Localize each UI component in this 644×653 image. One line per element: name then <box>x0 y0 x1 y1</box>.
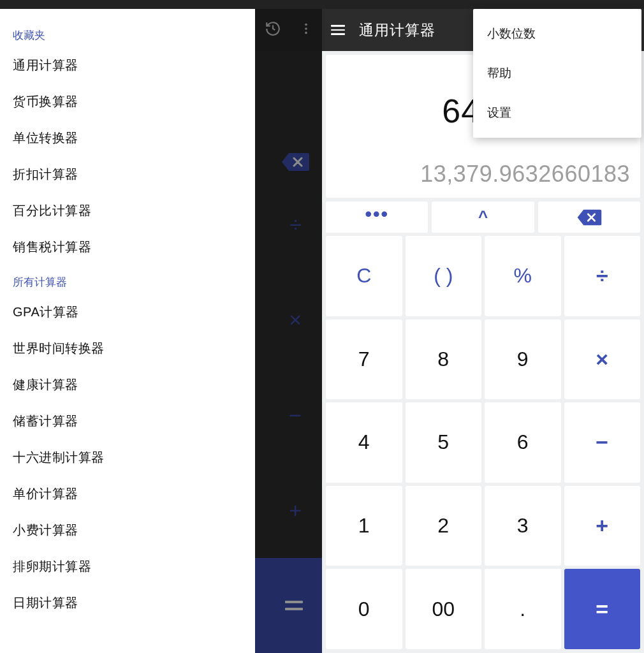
key-1[interactable]: 1 <box>326 486 402 566</box>
right-screenshot: 通用计算器 643×√ (433) 13,379.9632660183 ••• … <box>322 0 644 653</box>
favorites-header: 收藏夹 <box>13 28 242 43</box>
key-0[interactable]: 0 <box>326 569 402 649</box>
drawer-item[interactable]: 单位转换器 <box>13 129 242 147</box>
drawer-item[interactable]: 单价计算器 <box>13 485 242 503</box>
minus-key-dimmed: − <box>255 368 322 463</box>
svg-point-1 <box>305 27 307 30</box>
key-6[interactable]: 6 <box>485 402 561 483</box>
status-bar <box>322 0 644 9</box>
key-equals[interactable]: = <box>564 569 641 649</box>
more-vert-icon <box>299 22 313 38</box>
key-percent[interactable]: % <box>485 236 561 316</box>
drawer-item[interactable]: GPA计算器 <box>13 304 242 321</box>
drawer-item[interactable]: 世界时间转换器 <box>13 340 242 357</box>
equals-key-dimmed <box>255 558 322 653</box>
drawer-item[interactable]: 销售税计算器 <box>13 238 242 256</box>
key-2[interactable]: 2 <box>406 486 482 566</box>
all-calcs-header: 所有计算器 <box>13 275 242 290</box>
drawer-item[interactable]: 十六进制计算器 <box>13 449 242 466</box>
key-4[interactable]: 4 <box>326 402 402 483</box>
drawer-item[interactable]: 通用计算器 <box>13 57 242 74</box>
key-dot[interactable]: . <box>485 569 561 649</box>
keypad: C ( ) % ÷ 7 8 9 × 4 5 6 − 1 2 3 + 0 00 .… <box>326 236 640 649</box>
key-multiply[interactable]: × <box>564 319 641 400</box>
more-functions-button[interactable]: ••• <box>326 202 428 233</box>
navigation-drawer: 收藏夹 通用计算器 货币换算器 单位转换器 折扣计算器 百分比计算器 销售税计算… <box>0 9 255 653</box>
drawer-item[interactable]: 百分比计算器 <box>13 202 242 219</box>
history-icon <box>265 20 281 40</box>
divide-key-dimmed: ÷ <box>255 177 322 272</box>
function-row: ••• ^ <box>326 202 640 233</box>
multiply-key-dimmed: × <box>255 272 322 367</box>
menu-item-settings[interactable]: 设置 <box>473 93 641 133</box>
overflow-menu: 小数位数 帮助 设置 <box>473 9 641 138</box>
drawer-item[interactable]: 健康计算器 <box>13 376 242 393</box>
key-plus[interactable]: + <box>564 486 641 566</box>
key-minus[interactable]: − <box>564 402 641 483</box>
plus-key-dimmed: + <box>255 463 322 558</box>
svg-point-2 <box>305 32 307 34</box>
backspace-key-dimmed <box>255 146 322 177</box>
backspace-button[interactable] <box>538 202 640 233</box>
key-7[interactable]: 7 <box>326 319 402 400</box>
svg-point-0 <box>305 24 307 26</box>
drawer-item[interactable]: 排卵期计算器 <box>13 558 242 575</box>
drawer-item[interactable]: 小费计算器 <box>13 522 242 539</box>
menu-item-decimals[interactable]: 小数位数 <box>473 14 641 54</box>
left-screenshot: ÷ × − + 收藏夹 通用计算器 货币换算器 单位转换器 折扣计算器 百分比计… <box>0 0 322 653</box>
drawer-item[interactable]: 货币换算器 <box>13 93 242 110</box>
status-bar <box>0 0 322 9</box>
result-value: 13,379.9632660183 <box>420 161 630 187</box>
drawer-item[interactable]: 日期计算器 <box>13 594 242 612</box>
key-5[interactable]: 5 <box>406 402 482 483</box>
key-clear[interactable]: C <box>326 236 402 316</box>
menu-item-help[interactable]: 帮助 <box>473 54 641 93</box>
key-3[interactable]: 3 <box>485 486 561 566</box>
key-paren[interactable]: ( ) <box>406 236 482 316</box>
key-divide[interactable]: ÷ <box>564 236 641 316</box>
hamburger-icon[interactable] <box>331 22 345 38</box>
power-button[interactable]: ^ <box>432 202 534 233</box>
drawer-item[interactable]: 储蓄计算器 <box>13 413 242 430</box>
drawer-item[interactable]: 折扣计算器 <box>13 166 242 183</box>
backdrop-dimmed-app: ÷ × − + <box>255 9 322 653</box>
key-8[interactable]: 8 <box>406 319 482 400</box>
key-9[interactable]: 9 <box>485 319 561 400</box>
key-00[interactable]: 00 <box>406 569 482 649</box>
